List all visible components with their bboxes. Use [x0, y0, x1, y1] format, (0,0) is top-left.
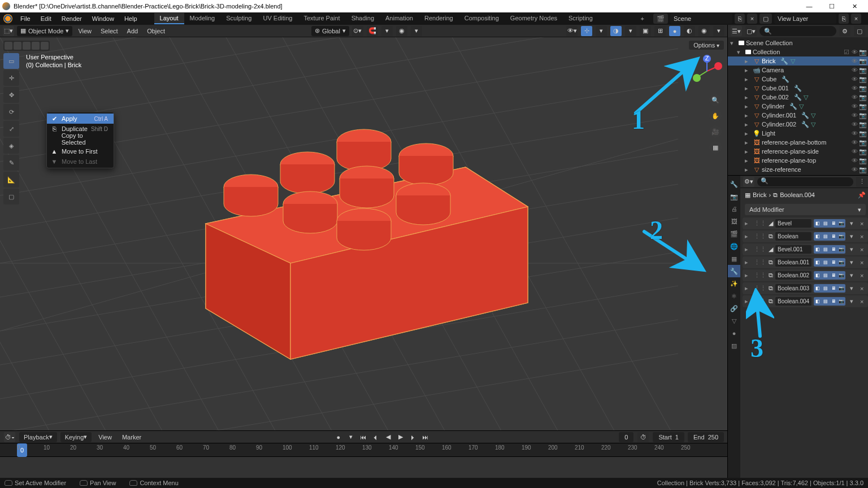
edit-mode-icon[interactable]: ▤ — [822, 284, 830, 293]
tab-scene[interactable]: 🎬 — [728, 228, 740, 240]
tab-material[interactable]: ● — [728, 327, 740, 339]
realtime-icon[interactable]: 🖥 — [830, 232, 837, 241]
eye-icon[interactable]: 👁 — [851, 112, 858, 119]
on-cage-icon[interactable]: ◧ — [814, 245, 822, 254]
expand-icon[interactable]: ▸ — [745, 259, 752, 266]
camera-restrict-icon[interactable]: 📷 — [859, 139, 866, 146]
menu-move-first[interactable]: ▲Move to First — [47, 146, 114, 156]
workspace-tab-geometry-nodes[interactable]: Geometry Nodes — [505, 13, 563, 24]
camera-restrict-icon[interactable]: 📷 — [859, 103, 866, 110]
tree-item[interactable]: ▸▽Cube🔧👁📷 — [728, 75, 868, 84]
menu-window[interactable]: Window — [88, 14, 119, 23]
modifier-menu-button[interactable]: ▾ — [848, 285, 856, 292]
workspace-tab-animation[interactable]: Animation — [380, 13, 419, 24]
camera-view-icon[interactable]: 🎥 — [709, 125, 722, 138]
realtime-icon[interactable]: 🖥 — [830, 297, 837, 306]
camera-restrict-icon[interactable]: 📷 — [859, 148, 866, 155]
render-icon[interactable]: 📷 — [837, 219, 845, 228]
expand-icon[interactable]: ▸ — [745, 246, 752, 253]
modifier-menu-button[interactable]: ▾ — [848, 246, 856, 253]
jump-end-icon[interactable]: ⏭ — [420, 432, 431, 442]
edit-mode-icon[interactable]: ▤ — [822, 232, 830, 241]
camera-restrict-icon[interactable]: 📷 — [859, 58, 866, 65]
eye-icon[interactable]: 👁 — [851, 121, 858, 128]
realtime-icon[interactable]: 🖥 — [830, 258, 837, 267]
tool-annotate[interactable]: ✎ — [3, 155, 19, 171]
menu-help[interactable]: Help — [120, 14, 142, 23]
modifier-row[interactable]: ▸⋮⋮◢Bevel.001◧▤🖥📷▾× — [743, 243, 868, 255]
render-icon[interactable]: 📷 — [837, 258, 845, 267]
tree-item[interactable]: ▸🖼reference-plane-top👁📷 — [728, 156, 868, 165]
modifier-menu-button[interactable]: ▾ — [848, 220, 856, 227]
shading-solid-icon[interactable]: ● — [669, 26, 680, 36]
jump-start-icon[interactable]: ⏮ — [358, 432, 369, 442]
autokey-button[interactable]: ● — [333, 432, 344, 442]
play-reverse-icon[interactable]: ◀ — [383, 432, 394, 442]
modifier-menu-button[interactable]: ▾ — [848, 233, 856, 240]
gizmo-toggle[interactable]: ⊹ — [581, 26, 592, 36]
on-cage-icon[interactable]: ◧ — [814, 232, 822, 241]
workspace-tab-rendering[interactable]: Rendering — [419, 13, 459, 24]
eye-icon[interactable]: 👁 — [851, 148, 858, 155]
realtime-icon[interactable]: 🖥 — [830, 271, 837, 280]
outliner-filter-button[interactable]: ⚙ — [839, 26, 850, 36]
on-cage-icon[interactable]: ◧ — [814, 284, 822, 293]
shading-wire-icon[interactable]: ⊞ — [654, 26, 666, 36]
eye-icon[interactable]: 👁 — [851, 67, 858, 74]
camera-restrict-icon[interactable]: 📷 — [859, 76, 866, 83]
drag-handle-icon[interactable]: ⋮⋮ — [754, 298, 766, 305]
eye-icon[interactable]: 👁 — [851, 139, 858, 146]
tab-texture[interactable]: ▨ — [728, 339, 740, 352]
close-button[interactable]: ✕ — [843, 0, 866, 12]
drag-handle-icon[interactable]: ⋮⋮ — [754, 233, 766, 240]
render-icon[interactable]: 📷 — [837, 271, 845, 280]
tool-select-box[interactable]: ▭ — [3, 53, 19, 69]
menu-add[interactable]: Add — [124, 26, 142, 36]
properties-editor-dropdown[interactable]: ⚙▾ — [743, 177, 754, 187]
expand-icon[interactable]: ▸ — [745, 272, 752, 279]
tool-addcube[interactable]: ▢ — [3, 189, 19, 204]
zoom-icon[interactable]: 🔍 — [709, 94, 722, 106]
nav-gizmo[interactable]: Z — [690, 54, 724, 88]
menu-apply[interactable]: ✔ApplyCtrl A — [47, 114, 114, 124]
snap-dropdown[interactable]: ▾ — [381, 26, 393, 36]
visibility-dropdown[interactable]: 👁▾ — [566, 26, 578, 36]
eye-icon[interactable]: 👁 — [851, 157, 858, 164]
on-cage-icon[interactable]: ◧ — [814, 271, 822, 280]
tree-item[interactable]: ▸📹Camera👁📷 — [728, 66, 868, 75]
menu-object[interactable]: Object — [144, 26, 168, 36]
delete-modifier-button[interactable]: × — [858, 220, 866, 227]
shading-dropdown[interactable]: ▾ — [713, 26, 724, 36]
eye-icon[interactable]: 👁 — [851, 58, 858, 65]
start-frame-field[interactable]: Start 1 — [653, 432, 684, 442]
tree-item[interactable]: ▸🖼reference-plane-side👁📷 — [728, 147, 868, 156]
tool-rotate[interactable]: ⟳ — [3, 104, 19, 120]
edit-mode-icon[interactable]: ▤ — [822, 219, 830, 228]
select-subtract-icon[interactable] — [23, 42, 31, 50]
select-box-icon[interactable] — [5, 42, 12, 50]
drag-handle-icon[interactable]: ⋮⋮ — [754, 285, 766, 292]
tab-viewlayer[interactable]: 🖼 — [728, 215, 740, 228]
tab-physics[interactable]: ⚛ — [728, 290, 740, 302]
outliner-new-collection-button[interactable]: ▢ — [854, 26, 865, 36]
xray-toggle[interactable]: ▣ — [640, 26, 651, 36]
autokey-dd[interactable]: ▾ — [345, 432, 357, 442]
timeline-track[interactable] — [0, 456, 727, 478]
proportional-dropdown[interactable]: ▾ — [411, 26, 422, 36]
on-cage-icon[interactable]: ◧ — [814, 297, 822, 306]
workspace-tab-compositing[interactable]: Compositing — [459, 13, 505, 24]
play-icon[interactable]: ▶ — [395, 432, 406, 442]
tree-item[interactable]: ▸▽Cube.001🔧👁📷 — [728, 84, 868, 93]
scene-new-button[interactable]: ⎘ — [735, 14, 745, 24]
persp-ortho-icon[interactable]: ▦ — [709, 141, 722, 154]
camera-restrict-icon[interactable]: 📷 — [859, 85, 866, 92]
edit-mode-icon[interactable]: ▤ — [822, 245, 830, 254]
overlay-toggle[interactable]: ◑ — [610, 26, 622, 36]
delete-modifier-button[interactable]: × — [858, 246, 866, 253]
scene-name-field[interactable]: Scene — [670, 14, 732, 24]
eye-icon[interactable]: 👁 — [851, 85, 858, 92]
eye-icon[interactable]: 👁 — [851, 76, 858, 83]
menu-select[interactable]: Select — [97, 26, 121, 36]
tree-collection[interactable]: ▾Collection ☑👁📷 — [728, 47, 868, 56]
properties-options[interactable]: ⋮ — [856, 177, 867, 187]
